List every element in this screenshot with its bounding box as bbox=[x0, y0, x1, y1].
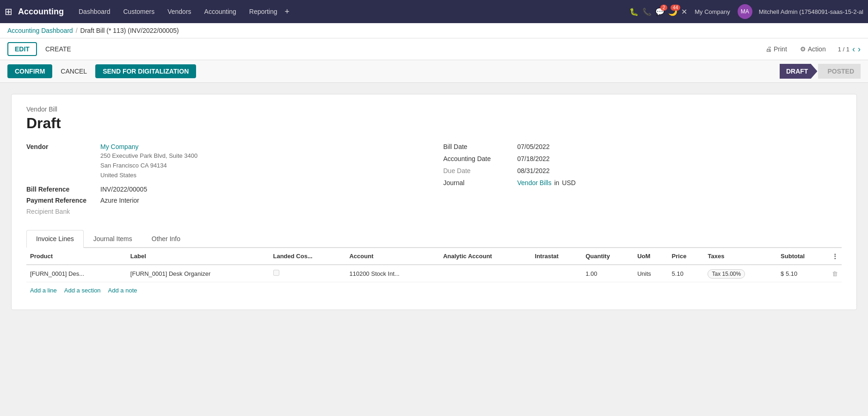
accounting-date-value: 07/18/2022 bbox=[517, 155, 550, 162]
status-flow: DRAFT POSTED bbox=[780, 64, 861, 79]
cell-label: [FURN_0001] Desk Organizer bbox=[127, 265, 270, 282]
top-navigation: ⊞ Accounting Dashboard Customers Vendors… bbox=[0, 0, 868, 23]
tab-other-info[interactable]: Other Info bbox=[142, 230, 190, 247]
accounting-date-label: Accounting Date bbox=[443, 155, 517, 162]
cell-quantity: 1.00 bbox=[582, 265, 634, 282]
pager: 1 / 1 ‹ › bbox=[838, 44, 861, 54]
journal-label: Journal bbox=[443, 179, 517, 186]
add-line-link[interactable]: Add a line bbox=[30, 287, 57, 294]
confirm-button[interactable]: CONFIRM bbox=[7, 64, 52, 78]
cancel-action-button[interactable]: CANCEL bbox=[56, 64, 92, 78]
vendor-row: Vendor My Company 250 Executive Park Blv… bbox=[26, 143, 425, 180]
document-type: Vendor Bill bbox=[26, 106, 842, 113]
bug-icon[interactable]: 🐛 bbox=[629, 7, 639, 16]
payment-reference-label: Payment Reference bbox=[26, 197, 100, 204]
breadcrumb: Accounting Dashboard / Draft Bill (* 113… bbox=[0, 23, 868, 38]
add-section-link[interactable]: Add a section bbox=[64, 287, 101, 294]
company-name: My Company bbox=[695, 8, 730, 15]
cell-price: 5.10 bbox=[668, 265, 704, 282]
info-section: Vendor My Company 250 Executive Park Blv… bbox=[26, 143, 842, 219]
app-name: Accounting bbox=[18, 7, 64, 17]
tab-journal-items[interactable]: Journal Items bbox=[84, 230, 142, 247]
col-header-taxes: Taxes bbox=[704, 248, 777, 265]
recipient-bank-label: Recipient Bank bbox=[26, 208, 100, 215]
gear-icon: ⚙ bbox=[800, 45, 806, 53]
col-header-quantity: Quantity bbox=[582, 248, 634, 265]
print-button[interactable]: 🖨 Print bbox=[761, 43, 792, 55]
send-digitalization-button[interactable]: SEND FOR DIGITALIZATION bbox=[95, 64, 196, 78]
due-date-label: Due Date bbox=[443, 167, 517, 174]
nav-item-customers[interactable]: Customers bbox=[118, 5, 160, 18]
chat-icon[interactable]: 💬 2 bbox=[655, 7, 665, 16]
nav-item-vendors[interactable]: Vendors bbox=[162, 5, 197, 18]
bill-reference-row: Bill Reference INV/2022/00005 bbox=[26, 186, 425, 193]
cell-uom: Units bbox=[634, 265, 668, 282]
pager-next-button[interactable]: › bbox=[858, 44, 861, 54]
vendor-info: My Company 250 Executive Park Blvd, Suit… bbox=[100, 143, 197, 180]
col-header-price: Price bbox=[668, 248, 704, 265]
col-header-uom: UoM bbox=[634, 248, 668, 265]
bill-date-value: 07/05/2022 bbox=[517, 143, 550, 150]
cell-intrastat bbox=[531, 265, 582, 282]
pager-text: 1 / 1 bbox=[838, 46, 850, 53]
invoice-table: Product Label Landed Cos... Account Anal… bbox=[26, 248, 842, 282]
cell-subtotal: $ 5.10 bbox=[777, 265, 828, 282]
user-name: Mitchell Admin (17548091-saas-15-2-al bbox=[759, 8, 863, 15]
journal-row: Journal Vendor Bills in USD bbox=[443, 179, 842, 186]
edit-button[interactable]: EDIT bbox=[7, 42, 37, 56]
recipient-bank-row: Recipient Bank bbox=[26, 208, 425, 215]
journal-currency: USD bbox=[562, 179, 576, 186]
tab-invoice-lines[interactable]: Invoice Lines bbox=[26, 230, 84, 248]
moon-icon[interactable]: 🌙 44 bbox=[668, 7, 677, 16]
col-header-options: ⋮ bbox=[828, 248, 842, 265]
add-note-link[interactable]: Add a note bbox=[108, 287, 137, 294]
col-header-landed-cost: Landed Cos... bbox=[270, 248, 346, 265]
landed-cost-checkbox[interactable] bbox=[273, 270, 279, 276]
print-label: Print bbox=[774, 45, 787, 53]
col-header-analytic-account: Analytic Account bbox=[439, 248, 531, 265]
cell-landed-cost bbox=[270, 265, 346, 282]
avatar-initials: MA bbox=[741, 8, 749, 15]
vendor-label: Vendor bbox=[26, 143, 100, 150]
pager-prev-button[interactable]: ‹ bbox=[852, 44, 855, 54]
journal-in: in bbox=[554, 179, 559, 186]
moon-badge: 44 bbox=[671, 5, 680, 11]
document-card: Vendor Bill Draft Vendor My Company 250 … bbox=[11, 94, 857, 310]
cell-product[interactable]: [FURN_0001] Des... bbox=[26, 265, 127, 282]
add-line-bar: Add a line Add a section Add a note bbox=[26, 282, 842, 298]
cell-taxes: Tax 15.00% bbox=[704, 265, 777, 282]
create-button[interactable]: CREATE bbox=[41, 43, 76, 55]
table-row: [FURN_0001] Des... [FURN_0001] Desk Orga… bbox=[26, 265, 842, 282]
cell-analytic-account bbox=[439, 265, 531, 282]
vendor-address: 250 Executive Park Blvd, Suite 3400San F… bbox=[100, 151, 197, 180]
action-label: Action bbox=[808, 45, 826, 53]
col-header-subtotal: Subtotal bbox=[777, 248, 828, 265]
journal-value[interactable]: Vendor Bills bbox=[517, 179, 552, 186]
bill-reference-label: Bill Reference bbox=[26, 186, 100, 193]
status-draft: DRAFT bbox=[780, 64, 817, 79]
close-icon[interactable]: ✕ bbox=[681, 7, 687, 16]
app-grid-icon[interactable]: ⊞ bbox=[5, 6, 12, 17]
add-menu-icon[interactable]: + bbox=[285, 7, 290, 17]
journal-info: Vendor Bills in USD bbox=[517, 179, 576, 186]
cell-delete[interactable]: 🗑 bbox=[828, 265, 842, 282]
tabs-bar: Invoice Lines Journal Items Other Info bbox=[26, 230, 842, 248]
bill-date-label: Bill Date bbox=[443, 143, 517, 150]
breadcrumb-parent-link[interactable]: Accounting Dashboard bbox=[7, 27, 73, 34]
due-date-value: 08/31/2022 bbox=[517, 167, 550, 174]
nav-item-reporting[interactable]: Reporting bbox=[244, 5, 283, 18]
accounting-date-row: Accounting Date 07/18/2022 bbox=[443, 155, 842, 162]
status-posted: POSTED bbox=[818, 64, 861, 79]
nav-item-accounting[interactable]: Accounting bbox=[199, 5, 242, 18]
payment-reference-value: Azure Interior bbox=[100, 197, 139, 204]
nav-item-dashboard[interactable]: Dashboard bbox=[73, 5, 116, 18]
vendor-name[interactable]: My Company bbox=[100, 143, 197, 150]
action-button[interactable]: ⚙ Action bbox=[795, 43, 831, 55]
avatar[interactable]: MA bbox=[738, 4, 752, 19]
bill-reference-value: INV/2022/00005 bbox=[100, 186, 147, 193]
breadcrumb-separator: / bbox=[76, 27, 78, 34]
delete-icon[interactable]: 🗑 bbox=[832, 270, 838, 277]
bill-date-row: Bill Date 07/05/2022 bbox=[443, 143, 842, 150]
payment-reference-row: Payment Reference Azure Interior bbox=[26, 197, 425, 204]
phone-icon[interactable]: 📞 bbox=[642, 7, 652, 16]
